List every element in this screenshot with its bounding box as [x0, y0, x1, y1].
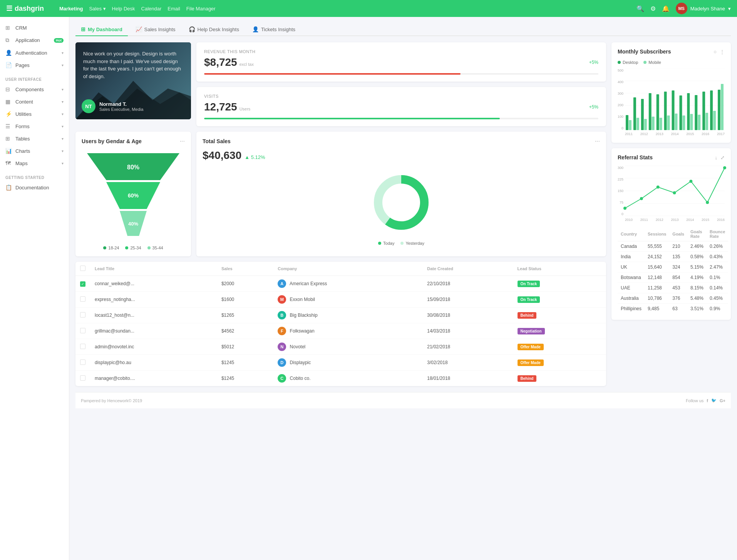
leads-table-card: Lead Title Sales Company Date Created Le… — [75, 262, 606, 386]
visits-progress — [204, 118, 598, 119]
table-row: UAE 11,258 453 8.15% 0.14% — [618, 283, 728, 293]
circle-icon[interactable]: ○ — [714, 49, 717, 55]
nav-marketing[interactable]: Marketing — [59, 6, 83, 12]
table-row: India 24,152 135 0.58% 0.43% — [618, 252, 728, 262]
ref-goals-rate: 4.19% — [687, 272, 707, 283]
nav-calendar[interactable]: Calendar — [141, 6, 162, 12]
row-checkbox[interactable] — [75, 355, 90, 371]
nav-right: 🔍 ⚙ 🔔 MS Madelyn Shane ▾ — [636, 3, 731, 14]
sidebar-item-tables[interactable]: ⊞ Tables ▾ — [0, 132, 69, 145]
row-checkbox-input[interactable]: ✓ — [80, 281, 85, 287]
facebook-icon[interactable]: f — [707, 398, 708, 403]
ref-goals: 854 — [669, 272, 687, 283]
table-row[interactable]: ✓ connar_weiked@... $2000 A American Exp… — [75, 276, 606, 292]
row-checkbox-input[interactable] — [80, 359, 85, 365]
total-sales-title: Total Sales — [203, 138, 231, 144]
status-badge: On Track — [518, 296, 540, 303]
sidebar-item-docs[interactable]: 📋 Documentation — [0, 181, 69, 194]
table-row[interactable]: express_notingha... $1600 M Exxon Mobil … — [75, 292, 606, 308]
sidebar-label-crm: CRM — [15, 25, 64, 31]
total-sales-more[interactable]: ··· — [595, 138, 600, 145]
tab-tickets-label: Tickets Insights — [261, 27, 295, 32]
row-checkbox[interactable] — [75, 339, 90, 355]
row-checkbox[interactable] — [75, 371, 90, 386]
sidebar-item-authentication[interactable]: 👤 Authentication ▾ — [0, 47, 69, 59]
table-row[interactable]: manager@cobito.... $1245 C Cobito co. 18… — [75, 371, 606, 386]
ref-bounce: 2.47% — [707, 262, 728, 272]
user-menu[interactable]: MS Madelyn Shane ▾ — [676, 3, 731, 14]
table-row: UK 15,640 324 5.15% 2.47% — [618, 262, 728, 272]
table-row[interactable]: displaypic@ho.au $1245 D Displaypic 3/02… — [75, 355, 606, 371]
search-icon[interactable]: 🔍 — [636, 5, 644, 12]
table-row[interactable]: grillmac@sundan... $4562 F Folkswagan 14… — [75, 323, 606, 339]
nav-helpdesk[interactable]: Help Desk — [112, 6, 135, 12]
row-checkbox-input[interactable] — [80, 312, 85, 318]
row-checkbox[interactable] — [75, 308, 90, 323]
row-checkbox[interactable]: ✓ — [75, 276, 90, 292]
ref-goals: 210 — [669, 241, 687, 252]
twitter-icon[interactable]: 🐦 — [711, 398, 717, 403]
hot-badge: Hot — [54, 38, 64, 43]
row-checkbox[interactable] — [75, 323, 90, 339]
more-icon[interactable]: ⋮ — [720, 49, 725, 55]
sidebar-label-charts: Charts — [15, 148, 62, 154]
settings-icon[interactable]: ⚙ — [650, 5, 656, 12]
row-email: connar_weiked@... — [90, 276, 217, 292]
sidebar-item-charts[interactable]: 📊 Charts ▾ — [0, 145, 69, 157]
sidebar-item-utilities[interactable]: ⚡ Utilities ▾ — [0, 108, 69, 120]
ref-sessions: 12,148 — [645, 272, 669, 283]
sidebar-item-crm[interactable]: ⊞ CRM — [0, 22, 69, 34]
tab-helpdesk[interactable]: 🎧 Help Desk Insights — [183, 23, 245, 36]
users-gender-more[interactable]: ··· — [180, 138, 185, 145]
row-date: 14/03/2018 — [422, 323, 513, 339]
notifications-icon[interactable]: 🔔 — [662, 5, 670, 12]
helpdesk-tab-icon: 🎧 — [189, 26, 195, 32]
svg-point-49 — [657, 186, 660, 189]
googleplus-icon[interactable]: G+ — [720, 398, 725, 403]
status-badge: Offer Made — [518, 359, 544, 366]
ref-country: UK — [618, 262, 645, 272]
app-logo[interactable]: ☰ dashgrin — [6, 4, 44, 13]
select-all-checkbox[interactable] — [80, 266, 85, 271]
tab-dashboard[interactable]: ⊞ My Dashboard — [75, 23, 128, 36]
company-icon: C — [278, 374, 286, 383]
hamburger-icon[interactable]: ☰ — [6, 4, 12, 13]
sidebar-section-ui: USER INTERFACE — [0, 74, 69, 83]
row-date: 21/02/2018 — [422, 339, 513, 355]
ref-bounce: 0.1% — [707, 272, 728, 283]
ref-sessions: 55,555 — [645, 241, 669, 252]
funnel-chart: 80% 60% 40% — [87, 153, 179, 238]
chevron-icon: ▾ — [62, 112, 64, 116]
legend-label: 35-44 — [152, 246, 163, 250]
sidebar-item-content[interactable]: ▦ Content ▾ — [0, 95, 69, 108]
row-checkbox-input[interactable] — [80, 344, 85, 349]
table-row[interactable]: locast12_host@n... $1265 B Big Blackship… — [75, 308, 606, 323]
row-company: D Displaypic — [273, 355, 422, 371]
sidebar-item-forms[interactable]: ☰ Forms ▾ — [0, 120, 69, 132]
legend-today: Today — [378, 241, 394, 246]
sidebar-item-pages[interactable]: 📄 Pages ▾ — [0, 59, 69, 71]
nav-filemanager[interactable]: File Manager — [186, 6, 216, 12]
row-checkbox-input[interactable] — [80, 328, 85, 333]
table-row[interactable]: admin@novotel.inc $5012 N Novotel 21/02/… — [75, 339, 606, 355]
sidebar-item-maps[interactable]: 🗺 Maps ▾ — [0, 157, 69, 169]
tab-sales[interactable]: 📈 Sales Insights — [130, 23, 181, 36]
nav-sales[interactable]: Sales ▾ — [89, 6, 106, 12]
sidebar-item-components[interactable]: ⊟ Components ▾ — [0, 83, 69, 95]
legend-desktop-dot — [618, 61, 621, 64]
right-panel: Monthly Subscribers ○ ⋮ Desktop — [611, 42, 731, 386]
expand-icon[interactable]: ⤢ — [720, 155, 725, 160]
grid-icon: ⊞ — [5, 25, 12, 31]
sidebar-label-application: Application — [15, 37, 52, 43]
tab-tickets[interactable]: 👤 Tickets Insights — [247, 23, 301, 36]
row-checkbox[interactable] — [75, 292, 90, 308]
sidebar-label-content: Content — [15, 99, 62, 105]
download-icon[interactable]: ↓ — [715, 155, 718, 160]
sidebar-item-application[interactable]: ⧉ Application Hot — [0, 34, 69, 47]
row-checkbox-input[interactable] — [80, 375, 85, 381]
svg-rect-20 — [641, 99, 644, 130]
legend-yesterday: Yesterday — [400, 241, 424, 246]
panel-actions: ○ ⋮ — [714, 49, 725, 55]
nav-email[interactable]: Email — [168, 6, 180, 12]
row-checkbox-input[interactable] — [80, 296, 85, 302]
